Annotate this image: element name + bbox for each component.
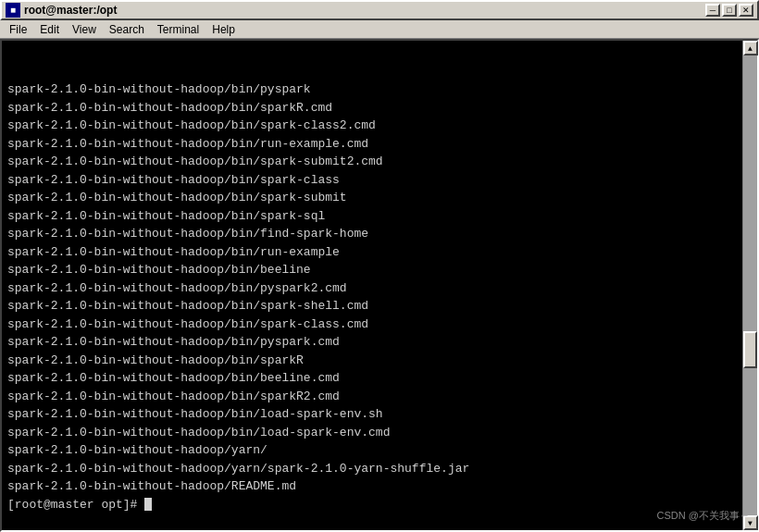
terminal-container: spark-2.1.0-bin-without-hadoop/bin/pyspa…: [0, 39, 759, 532]
terminal-line: spark-2.1.0-bin-without-hadoop/bin/load-…: [7, 424, 737, 442]
terminal-line: spark-2.1.0-bin-without-hadoop/bin/spark…: [7, 388, 737, 406]
terminal-line: spark-2.1.0-bin-without-hadoop/README.md: [7, 477, 737, 496]
terminal-line: spark-2.1.0-bin-without-hadoop/bin/spark…: [7, 189, 737, 207]
scrollbar[interactable]: ▲ ▼: [742, 41, 757, 530]
prompt-text: [root@master opt]#: [7, 496, 144, 514]
maximize-button[interactable]: □: [722, 4, 737, 17]
terminal-icon: ■: [6, 3, 20, 18]
terminal-line: spark-2.1.0-bin-without-hadoop/bin/pyspa…: [7, 279, 737, 298]
terminal-line: spark-2.1.0-bin-without-hadoop/yarn/spar…: [7, 460, 737, 478]
close-button[interactable]: ✕: [739, 4, 753, 17]
scroll-track[interactable]: [743, 56, 757, 515]
prompt-line: [root@master opt]#: [7, 496, 737, 514]
terminal-line: spark-2.1.0-bin-without-hadoop/bin/run-e…: [7, 135, 737, 154]
title-bar-left: ■ root@master:/opt: [6, 3, 117, 18]
terminal-line: spark-2.1.0-bin-without-hadoop/bin/beeli…: [7, 261, 737, 279]
title-bar: ■ root@master:/opt ─ □ ✕: [0, 0, 759, 20]
terminal-line: spark-2.1.0-bin-without-hadoop/bin/spark…: [7, 117, 737, 135]
cursor: [144, 498, 152, 511]
window-title: root@master:/opt: [24, 4, 117, 17]
menu-item-help[interactable]: Help: [206, 21, 241, 38]
window-controls: ─ □ ✕: [705, 4, 753, 17]
menu-item-terminal[interactable]: Terminal: [152, 21, 205, 38]
menu-item-view[interactable]: View: [67, 21, 102, 38]
terminal-output[interactable]: spark-2.1.0-bin-without-hadoop/bin/pyspa…: [2, 41, 742, 530]
menu-item-edit[interactable]: Edit: [34, 21, 65, 38]
minimize-button[interactable]: ─: [705, 4, 720, 17]
terminal-line: spark-2.1.0-bin-without-hadoop/bin/beeli…: [7, 369, 737, 388]
terminal-line: spark-2.1.0-bin-without-hadoop/bin/spark…: [7, 99, 737, 118]
terminal-line: spark-2.1.0-bin-without-hadoop/bin/find-…: [7, 225, 737, 243]
menu-bar: FileEditViewSearchTerminalHelp: [0, 20, 759, 39]
terminal-line: spark-2.1.0-bin-without-hadoop/bin/load-…: [7, 405, 737, 424]
menu-item-search[interactable]: Search: [104, 21, 150, 38]
terminal-line: spark-2.1.0-bin-without-hadoop/bin/spark…: [7, 297, 737, 315]
scroll-up-button[interactable]: ▲: [743, 41, 758, 56]
terminal-line: spark-2.1.0-bin-without-hadoop/bin/spark…: [7, 207, 737, 226]
menu-item-file[interactable]: File: [4, 21, 32, 38]
terminal-line: spark-2.1.0-bin-without-hadoop/bin/spark…: [7, 153, 737, 171]
terminal-line: spark-2.1.0-bin-without-hadoop/bin/pyspa…: [7, 333, 737, 352]
watermark: CSDN @不关我事←: [657, 509, 750, 523]
terminal-line: spark-2.1.0-bin-without-hadoop/bin/spark…: [7, 352, 737, 370]
scroll-thumb[interactable]: [743, 331, 757, 368]
terminal-line: spark-2.1.0-bin-without-hadoop/bin/pyspa…: [7, 80, 737, 99]
terminal-line: spark-2.1.0-bin-without-hadoop/bin/run-e…: [7, 243, 737, 262]
terminal-line: spark-2.1.0-bin-without-hadoop/bin/spark…: [7, 171, 737, 190]
terminal-line: spark-2.1.0-bin-without-hadoop/bin/spark…: [7, 315, 737, 334]
terminal-line: spark-2.1.0-bin-without-hadoop/yarn/: [7, 441, 737, 460]
